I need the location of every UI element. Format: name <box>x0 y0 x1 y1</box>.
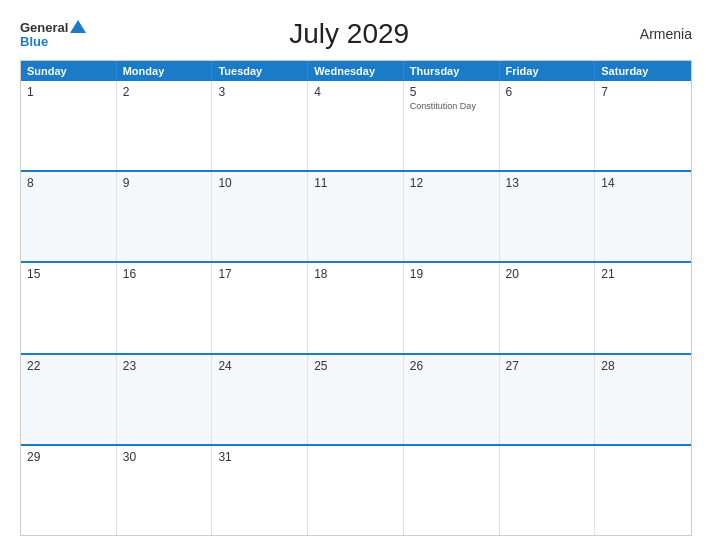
day-number: 15 <box>27 267 40 281</box>
week-row-5: 293031 <box>21 444 691 535</box>
day-cell-2-3: 18 <box>308 263 404 352</box>
day-number: 31 <box>218 450 231 464</box>
day-cell-1-2: 10 <box>212 172 308 261</box>
day-number: 11 <box>314 176 327 190</box>
day-number: 29 <box>27 450 40 464</box>
country-label: Armenia <box>612 26 692 42</box>
calendar-title: July 2029 <box>86 18 612 50</box>
day-cell-1-0: 8 <box>21 172 117 261</box>
day-cell-1-1: 9 <box>117 172 213 261</box>
day-number: 20 <box>506 267 519 281</box>
day-number: 7 <box>601 85 608 99</box>
logo-wrapper: General Blue <box>20 20 86 48</box>
day-number: 2 <box>123 85 130 99</box>
day-number: 10 <box>218 176 231 190</box>
day-cell-3-5: 27 <box>500 355 596 444</box>
day-cell-4-4 <box>404 446 500 535</box>
calendar-page: General Blue July 2029 Armenia Sunday Mo… <box>0 0 712 550</box>
day-number: 3 <box>218 85 225 99</box>
day-cell-2-5: 20 <box>500 263 596 352</box>
day-cell-0-2: 3 <box>212 81 308 170</box>
header-friday: Friday <box>500 61 596 81</box>
day-cell-2-1: 16 <box>117 263 213 352</box>
day-cell-0-3: 4 <box>308 81 404 170</box>
day-cell-1-4: 12 <box>404 172 500 261</box>
day-number: 4 <box>314 85 321 99</box>
day-number: 21 <box>601 267 614 281</box>
day-number: 14 <box>601 176 614 190</box>
day-number: 16 <box>123 267 136 281</box>
day-cell-4-1: 30 <box>117 446 213 535</box>
day-cell-3-3: 25 <box>308 355 404 444</box>
day-number: 6 <box>506 85 513 99</box>
week-row-1: 12345Constitution Day67 <box>21 81 691 170</box>
header-thursday: Thursday <box>404 61 500 81</box>
header: General Blue July 2029 Armenia <box>20 18 692 50</box>
day-cell-4-6 <box>595 446 691 535</box>
day-cell-4-0: 29 <box>21 446 117 535</box>
day-number: 12 <box>410 176 423 190</box>
day-number: 9 <box>123 176 130 190</box>
week-row-2: 891011121314 <box>21 170 691 261</box>
header-saturday: Saturday <box>595 61 691 81</box>
calendar-grid: Sunday Monday Tuesday Wednesday Thursday… <box>20 60 692 536</box>
day-number: 23 <box>123 359 136 373</box>
day-cell-0-1: 2 <box>117 81 213 170</box>
day-number: 25 <box>314 359 327 373</box>
day-cell-1-6: 14 <box>595 172 691 261</box>
day-cell-2-4: 19 <box>404 263 500 352</box>
day-cell-1-5: 13 <box>500 172 596 261</box>
header-monday: Monday <box>117 61 213 81</box>
day-cell-3-4: 26 <box>404 355 500 444</box>
logo-general-text: General <box>20 21 68 34</box>
logo-top-row: General <box>20 20 86 35</box>
day-number: 24 <box>218 359 231 373</box>
holiday-label: Constitution Day <box>410 101 476 112</box>
day-number: 26 <box>410 359 423 373</box>
day-number: 17 <box>218 267 231 281</box>
day-cell-4-2: 31 <box>212 446 308 535</box>
day-number: 18 <box>314 267 327 281</box>
day-cell-2-2: 17 <box>212 263 308 352</box>
header-tuesday: Tuesday <box>212 61 308 81</box>
header-sunday: Sunday <box>21 61 117 81</box>
day-cell-0-4: 5Constitution Day <box>404 81 500 170</box>
day-cell-3-0: 22 <box>21 355 117 444</box>
logo-triangle-icon <box>70 20 86 33</box>
day-number: 8 <box>27 176 34 190</box>
day-number: 13 <box>506 176 519 190</box>
day-number: 19 <box>410 267 423 281</box>
day-cell-3-1: 23 <box>117 355 213 444</box>
day-number: 30 <box>123 450 136 464</box>
day-cell-4-3 <box>308 446 404 535</box>
day-cell-0-0: 1 <box>21 81 117 170</box>
week-row-4: 22232425262728 <box>21 353 691 444</box>
day-headers-row: Sunday Monday Tuesday Wednesday Thursday… <box>21 61 691 81</box>
weeks-container: 12345Constitution Day6789101112131415161… <box>21 81 691 535</box>
day-number: 28 <box>601 359 614 373</box>
day-cell-4-5 <box>500 446 596 535</box>
week-row-3: 15161718192021 <box>21 261 691 352</box>
day-cell-2-0: 15 <box>21 263 117 352</box>
day-number: 5 <box>410 85 417 99</box>
day-number: 27 <box>506 359 519 373</box>
day-cell-2-6: 21 <box>595 263 691 352</box>
header-wednesday: Wednesday <box>308 61 404 81</box>
day-number: 1 <box>27 85 34 99</box>
day-cell-3-6: 28 <box>595 355 691 444</box>
day-number: 22 <box>27 359 40 373</box>
day-cell-1-3: 11 <box>308 172 404 261</box>
logo: General Blue <box>20 20 86 48</box>
logo-blue-text: Blue <box>20 35 48 48</box>
day-cell-3-2: 24 <box>212 355 308 444</box>
day-cell-0-5: 6 <box>500 81 596 170</box>
day-cell-0-6: 7 <box>595 81 691 170</box>
